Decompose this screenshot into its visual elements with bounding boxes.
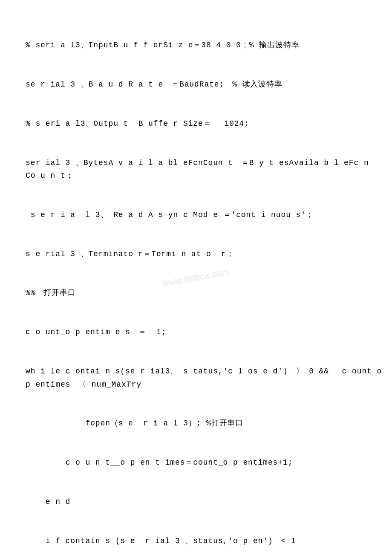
code-line-10: fopen（s e r i a l 3）; %打开串口 bbox=[26, 417, 383, 430]
code-line-7: %% 打开串口 bbox=[26, 286, 383, 300]
code-line-1: % seri a l3、InputB u f f erSi z e＝38 4 0… bbox=[26, 39, 383, 52]
code-line-4: ser ial 3 、BytesA v a i l a bl eFcnCoun … bbox=[26, 156, 383, 182]
code-line-13: i f contain s (s e r ial 3 、status,'o p … bbox=[26, 535, 383, 548]
code-line-5: s e r i a l 3、 Re a d A s yn c Mod e ＝'c… bbox=[26, 208, 383, 222]
code-line-3: % s eri a l3、Outpu t B uffe r Size＝ 1024… bbox=[26, 117, 383, 130]
code-line-9: wh i le c ontai n s(se r ial3、 s tatus,'… bbox=[26, 365, 383, 391]
code-line-11: c o u n t__o p en t imes＝count_o p entim… bbox=[26, 456, 383, 469]
code-line-2: se r ial 3 、B a u d R a t e ＝BaudRate; %… bbox=[26, 78, 383, 91]
code-line-8: c o unt_o p entim e s ＝ 1; bbox=[26, 326, 383, 339]
code-line-12: e n d bbox=[26, 495, 383, 509]
code-container: % seri a l3、InputB u f f erSi z e＝38 4 0… bbox=[26, 13, 383, 555]
code-line-6: s e rial 3 、Terminato r＝Termi n at o r； bbox=[26, 248, 383, 261]
